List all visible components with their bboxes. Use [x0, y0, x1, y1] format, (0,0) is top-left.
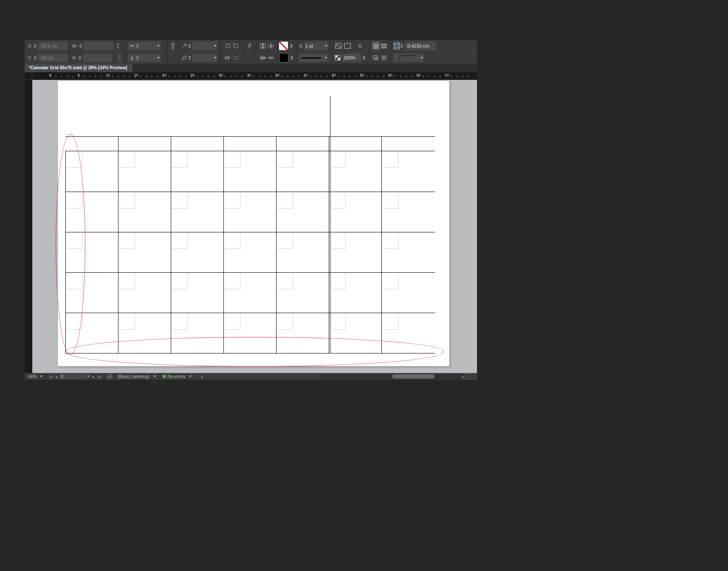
- w-spinner[interactable]: [79, 44, 82, 48]
- object-style-dropdown[interactable]: [152, 372, 157, 381]
- feather-icon[interactable]: [380, 54, 388, 62]
- fill-swatch[interactable]: [279, 42, 288, 50]
- corner-radius-field[interactable]: [405, 42, 436, 50]
- last-page-button[interactable]: ▸|: [97, 373, 103, 379]
- day-number-cell: [224, 314, 240, 330]
- horizontal-ruler[interactable]: 0510152025303540455055606570: [25, 72, 477, 80]
- rotate-spinner[interactable]: [188, 44, 191, 48]
- wrap-around-icon[interactable]: [380, 42, 388, 50]
- zoom-level[interactable]: .56%: [27, 374, 37, 379]
- first-page-button[interactable]: |◂: [48, 373, 54, 379]
- opacity-field[interactable]: [342, 54, 361, 62]
- wrap-none-icon[interactable]: [372, 42, 380, 50]
- fx-button[interactable]: fx.: [358, 44, 363, 48]
- flip-vertical-icon[interactable]: [232, 54, 241, 62]
- x-spinner[interactable]: [34, 44, 37, 48]
- stroke-style-field[interactable]: [299, 54, 324, 62]
- rotate-field[interactable]: [192, 42, 214, 50]
- stroke-swatch[interactable]: [279, 53, 288, 62]
- svg-rect-9: [336, 43, 341, 48]
- day-number-cell: [172, 314, 188, 330]
- w-field[interactable]: [84, 42, 113, 50]
- transparency-icon[interactable]: [334, 54, 342, 62]
- select-content-icon[interactable]: [267, 42, 275, 50]
- stroke-weight-dropdown[interactable]: [324, 42, 328, 50]
- paragraph-style-icon[interactable]: P: [246, 42, 254, 50]
- shear-spinner[interactable]: [188, 56, 191, 60]
- day-number-cell: [224, 152, 240, 168]
- fill-apply-arrow[interactable]: [288, 42, 295, 50]
- stroke-apply-arrow[interactable]: [288, 54, 295, 62]
- drop-shadow-icon[interactable]: [372, 54, 380, 62]
- day-number-cell: [172, 273, 188, 289]
- fill-frame-proportionally-icon[interactable]: [343, 42, 353, 50]
- stroke-style-dropdown[interactable]: [324, 54, 329, 62]
- svg-point-32: [268, 57, 270, 59]
- day-number-cell: [119, 273, 135, 289]
- flip-horizontal-icon[interactable]: [223, 54, 232, 62]
- corner-shape-field[interactable]: [393, 54, 419, 62]
- select-container-icon[interactable]: [259, 42, 267, 50]
- object-style-label[interactable]: [Basic] (working): [118, 374, 150, 379]
- day-number-cell: [277, 233, 293, 249]
- horizontal-scrollbar[interactable]: [320, 374, 464, 379]
- scale-y-dropdown[interactable]: [156, 54, 161, 62]
- prev-page-button[interactable]: ◂: [54, 373, 59, 379]
- next-page-button[interactable]: ▸: [91, 373, 97, 379]
- svg-point-6: [268, 45, 271, 47]
- page[interactable]: [58, 81, 449, 366]
- scale-x-field[interactable]: [128, 42, 156, 50]
- h-field[interactable]: [83, 54, 113, 62]
- calendar-grid[interactable]: [65, 136, 435, 353]
- scale-y-field[interactable]: [128, 54, 156, 62]
- vertical-ruler[interactable]: [25, 80, 32, 373]
- preflight-dropdown[interactable]: [188, 372, 193, 381]
- split-view-toggle[interactable]: [465, 373, 475, 379]
- shear-dropdown[interactable]: [214, 54, 217, 62]
- x-field[interactable]: [38, 42, 68, 50]
- day-number-cell: [172, 152, 188, 168]
- rotate-cw-icon[interactable]: [232, 42, 241, 50]
- preflight-label[interactable]: No errors: [168, 374, 186, 379]
- h-spinner[interactable]: [78, 56, 82, 60]
- scale-lock-icon[interactable]: [116, 42, 123, 50]
- y-field[interactable]: [38, 54, 68, 62]
- distribute-object-icon[interactable]: [267, 54, 275, 62]
- document-viewport[interactable]: [25, 80, 477, 373]
- y-spinner[interactable]: [34, 56, 37, 60]
- scale-x-dropdown[interactable]: [156, 42, 161, 50]
- stroke-weight-field[interactable]: [304, 42, 324, 50]
- document-tab-title: *Calendar Grid 50x70.indd @ 28% [GPU Pre…: [29, 65, 127, 70]
- day-number-cell: [382, 233, 398, 249]
- corner-options-icon[interactable]: [393, 42, 400, 50]
- open-panel-icon[interactable]: [107, 373, 113, 379]
- svg-rect-36: [335, 55, 338, 58]
- zoom-dropdown[interactable]: [39, 372, 44, 381]
- day-number-cell: [382, 314, 398, 330]
- opacity-caret[interactable]: [361, 54, 367, 62]
- page-dropdown[interactable]: [86, 372, 91, 381]
- horizontal-scrollbar-thumb[interactable]: [392, 374, 435, 379]
- stroke-weight-spinner[interactable]: [299, 44, 302, 48]
- rotate-ccw-icon[interactable]: [223, 42, 232, 50]
- ruler-origin[interactable]: [25, 72, 32, 80]
- align-object-icon[interactable]: [259, 54, 267, 62]
- corner-radius-spinner[interactable]: [400, 44, 404, 48]
- constrain-wh-icon[interactable]: [116, 54, 123, 62]
- document-tab[interactable]: *Calendar Grid 50x70.indd @ 28% [GPU Pre…: [25, 64, 133, 72]
- page-number-field[interactable]: [59, 374, 86, 379]
- svg-point-33: [270, 57, 272, 59]
- day-number-cell: [66, 233, 82, 249]
- link-scale-icon[interactable]: [170, 42, 176, 50]
- day-number-cell: [66, 192, 82, 209]
- status-prev-icon[interactable]: ◂: [198, 373, 204, 379]
- fit-content-proportionally-icon[interactable]: [334, 42, 343, 50]
- shear-field[interactable]: [192, 54, 214, 62]
- svg-rect-3: [260, 44, 262, 48]
- svg-point-45: [109, 376, 110, 377]
- day-number-cell: [277, 273, 293, 289]
- rotate-dropdown[interactable]: [214, 42, 217, 50]
- svg-rect-22: [394, 44, 399, 48]
- svg-rect-1: [172, 47, 174, 49]
- corner-shape-dropdown[interactable]: [419, 54, 424, 62]
